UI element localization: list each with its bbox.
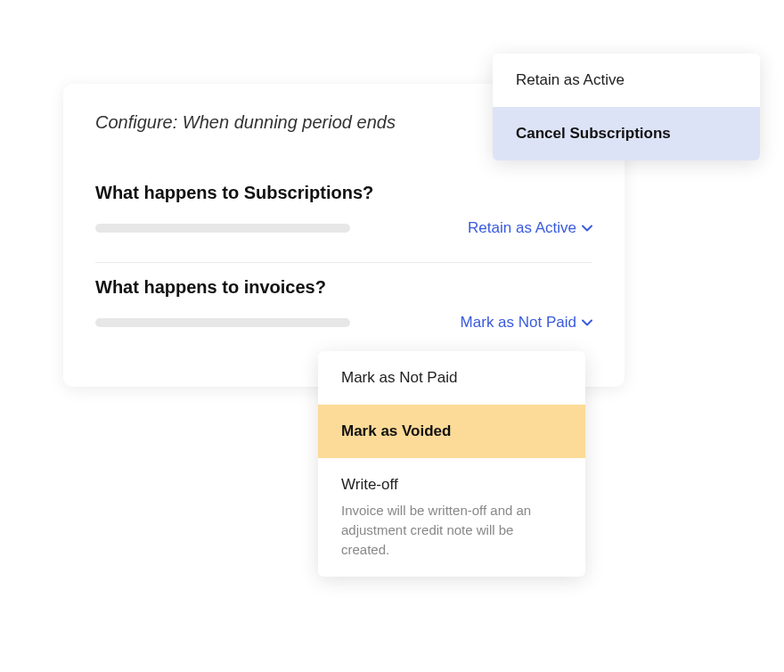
section-subscriptions: What happens to Subscriptions? Retain as… [95, 168, 592, 262]
popover-item-desc: Invoice will be written-off and an adjus… [341, 501, 562, 559]
chevron-down-icon [582, 319, 592, 326]
popover-item-cancel-subscriptions[interactable]: Cancel Subscriptions [493, 107, 760, 160]
popover-item-label: Mark as Voided [341, 422, 451, 439]
section-subscriptions-row: Retain as Active [95, 219, 592, 237]
popover-item-label: Write-off [341, 476, 398, 493]
section-subscriptions-title: What happens to Subscriptions? [95, 183, 592, 203]
invoices-popover: Mark as Not Paid Mark as Voided Write-of… [318, 351, 585, 577]
section-invoices-row: Mark as Not Paid [95, 314, 592, 332]
popover-item-label: Mark as Not Paid [341, 369, 457, 386]
placeholder-bar [95, 224, 350, 233]
section-invoices: What happens to invoices? Mark as Not Pa… [95, 262, 592, 356]
popover-item-label: Cancel Subscriptions [516, 125, 671, 142]
invoices-dropdown-trigger[interactable]: Mark as Not Paid [461, 314, 592, 332]
popover-item-mark-voided[interactable]: Mark as Voided [318, 405, 585, 458]
section-invoices-title: What happens to invoices? [95, 277, 592, 298]
invoices-dropdown-label: Mark as Not Paid [461, 314, 576, 332]
placeholder-bar [95, 318, 350, 327]
subscriptions-dropdown-trigger[interactable]: Retain as Active [468, 219, 592, 237]
subscriptions-dropdown-label: Retain as Active [468, 219, 576, 237]
popover-item-label: Retain as Active [516, 71, 625, 88]
popover-item-mark-not-paid[interactable]: Mark as Not Paid [318, 351, 585, 405]
popover-item-write-off[interactable]: Write-off Invoice will be written-off an… [318, 458, 585, 577]
subscriptions-popover: Retain as Active Cancel Subscriptions [493, 53, 760, 160]
chevron-down-icon [582, 225, 592, 232]
popover-item-retain-active[interactable]: Retain as Active [493, 53, 760, 107]
